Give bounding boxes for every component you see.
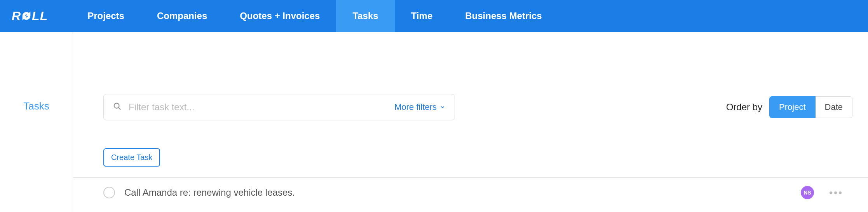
brand-logo[interactable]: RLL	[12, 9, 48, 23]
sidebar: Tasks	[0, 32, 73, 212]
order-by-buttons: Project Date	[769, 96, 852, 118]
task-checkbox[interactable]	[103, 187, 115, 198]
brand-logo-text: RLL	[12, 9, 48, 23]
filter-row: More filters Order by Project Date	[103, 94, 852, 120]
create-task-button[interactable]: Create Task	[103, 148, 160, 167]
divider	[73, 177, 868, 178]
nav-item-quotes-invoices[interactable]: Quotes + Invoices	[223, 0, 336, 32]
refresh-icon	[21, 11, 31, 21]
svg-line-1	[119, 108, 121, 110]
svg-point-0	[114, 103, 119, 108]
task-row-left: Call Amanda re: renewing vehicle leases.	[103, 187, 295, 198]
task-row-right: NS	[801, 186, 852, 199]
sidebar-title: Tasks	[0, 100, 73, 112]
nav-item-business-metrics[interactable]: Business Metrics	[449, 0, 558, 32]
nav-item-companies[interactable]: Companies	[141, 0, 223, 32]
more-filters-button[interactable]: More filters	[394, 102, 445, 112]
task-text: Call Amanda re: renewing vehicle leases.	[124, 187, 295, 198]
top-navbar: RLL Projects Companies Quotes + Invoices…	[0, 0, 868, 32]
order-by-group: Order by Project Date	[726, 96, 852, 118]
order-by-project-button[interactable]: Project	[769, 96, 815, 118]
nav-item-projects[interactable]: Projects	[71, 0, 141, 32]
nav-item-time[interactable]: Time	[395, 0, 449, 32]
search-icon	[113, 102, 122, 112]
nav-item-tasks[interactable]: Tasks	[336, 0, 394, 32]
content-area: Tasks More filters Order by Project Date	[0, 32, 868, 212]
task-row: Call Amanda re: renewing vehicle leases.…	[103, 177, 852, 199]
more-options-icon[interactable]	[826, 188, 845, 197]
main-nav: Projects Companies Quotes + Invoices Tas…	[71, 0, 558, 32]
filter-input[interactable]	[129, 102, 394, 113]
filter-box: More filters	[103, 94, 455, 120]
main-panel: More filters Order by Project Date Creat…	[73, 32, 868, 212]
chevron-down-icon	[440, 104, 445, 110]
assignee-avatar[interactable]: NS	[801, 186, 814, 199]
order-by-label: Order by	[726, 102, 762, 113]
order-by-date-button[interactable]: Date	[816, 96, 852, 118]
more-filters-label: More filters	[394, 102, 437, 112]
